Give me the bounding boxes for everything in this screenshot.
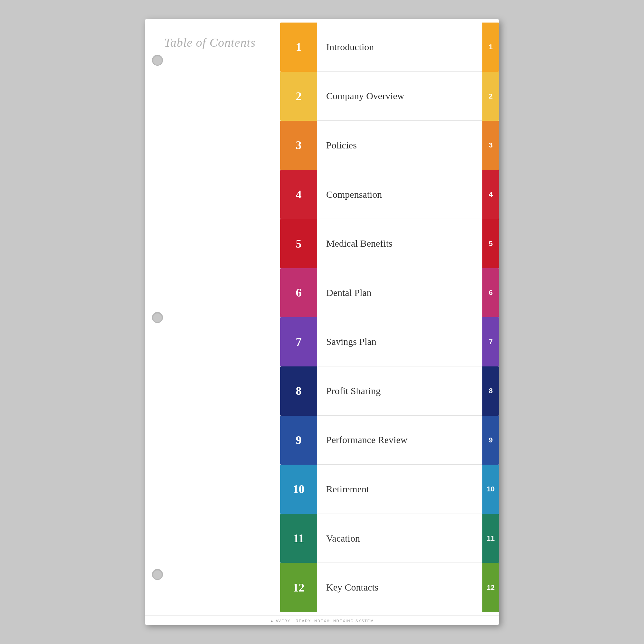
left-panel: Table of Contents: [145, 19, 280, 615]
tab-side-5: 5: [482, 219, 499, 268]
tab-label-10: Retirement: [317, 465, 482, 514]
product-name: READY INDEX® INDEXING SYSTEM: [296, 619, 374, 623]
tab-number-2: 2: [280, 72, 317, 121]
tab-side-2: 2: [482, 72, 499, 121]
tab-number-12: 12: [280, 563, 317, 612]
tab-side-4: 4: [482, 170, 499, 219]
tab-label-12: Key Contacts: [317, 563, 482, 612]
tab-label-1: Introduction: [317, 23, 482, 72]
tab-label-5: Medical Benefits: [317, 219, 482, 268]
tab-side-1: 1: [482, 23, 499, 72]
tab-row-5[interactable]: 5Medical Benefits5: [280, 219, 499, 268]
tab-row-3[interactable]: 3Policies3: [280, 121, 499, 170]
tab-side-7: 7: [482, 317, 499, 366]
tab-label-6: Dental Plan: [317, 268, 482, 317]
tab-row-10[interactable]: 10Retirement10: [280, 465, 499, 514]
tab-label-9: Performance Review: [317, 416, 482, 465]
tab-number-11: 11: [280, 514, 317, 563]
tab-label-3: Policies: [317, 121, 482, 170]
avery-logo-text: ▲ AVERY: [270, 619, 291, 623]
tab-number-1: 1: [280, 23, 317, 72]
tab-number-6: 6: [280, 268, 317, 317]
tab-row-6[interactable]: 6Dental Plan6: [280, 268, 499, 317]
tab-number-8: 8: [280, 366, 317, 416]
tab-side-12: 12: [482, 563, 499, 612]
tab-row-8[interactable]: 8Profit Sharing8: [280, 366, 499, 416]
tab-side-11: 11: [482, 514, 499, 563]
toc-title: Table of Contents: [145, 29, 256, 50]
right-panel: 1Introduction12Company Overview23Policie…: [280, 19, 499, 615]
tab-number-4: 4: [280, 170, 317, 219]
binder-hole-top: [152, 55, 163, 66]
tab-side-8: 8: [482, 366, 499, 416]
tab-number-5: 5: [280, 219, 317, 268]
page: Table of Contents 1Introduction12Company…: [145, 19, 499, 625]
tab-row-1[interactable]: 1Introduction1: [280, 23, 499, 72]
tab-label-8: Profit Sharing: [317, 366, 482, 416]
tab-side-9: 9: [482, 416, 499, 465]
tab-number-3: 3: [280, 121, 317, 170]
tab-row-4[interactable]: 4Compensation4: [280, 170, 499, 219]
tab-side-6: 6: [482, 268, 499, 317]
tab-side-3: 3: [482, 121, 499, 170]
tab-label-7: Savings Plan: [317, 317, 482, 366]
tab-side-10: 10: [482, 465, 499, 514]
tab-number-7: 7: [280, 317, 317, 366]
footer: ▲ AVERY READY INDEX® INDEXING SYSTEM: [145, 615, 499, 625]
tab-number-9: 9: [280, 416, 317, 465]
tab-row-7[interactable]: 7Savings Plan7: [280, 317, 499, 366]
tab-number-10: 10: [280, 465, 317, 514]
tab-row-9[interactable]: 9Performance Review9: [280, 416, 499, 465]
tab-label-11: Vacation: [317, 514, 482, 563]
tab-row-12[interactable]: 12Key Contacts12: [280, 563, 499, 612]
binder-hole-bottom: [152, 569, 163, 580]
tab-row-2[interactable]: 2Company Overview2: [280, 72, 499, 121]
tab-row-11[interactable]: 11Vacation11: [280, 514, 499, 563]
tab-label-4: Compensation: [317, 170, 482, 219]
tab-label-2: Company Overview: [317, 72, 482, 121]
binder-hole-middle: [152, 312, 163, 323]
